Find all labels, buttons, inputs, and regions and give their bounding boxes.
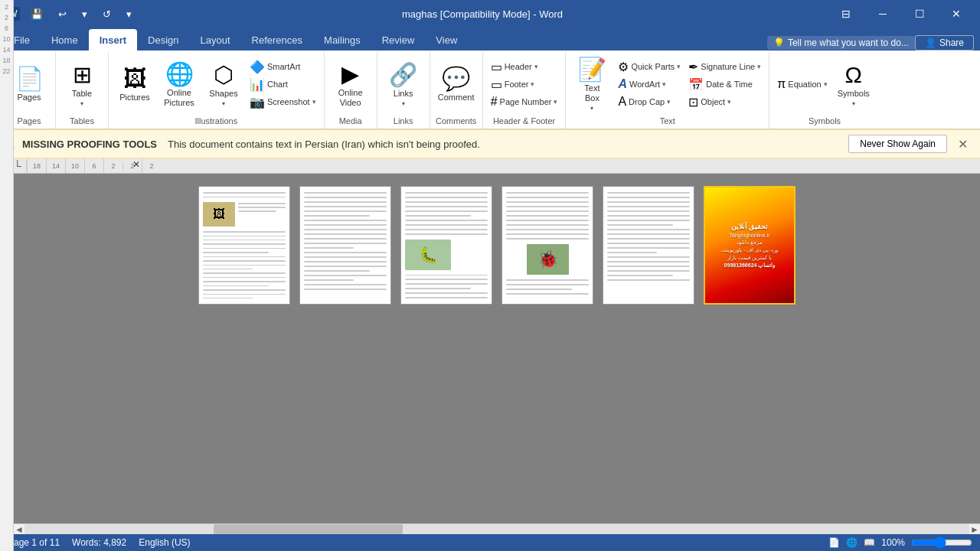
text-line — [506, 192, 589, 194]
header-button[interactable]: ▭ Header ▾ — [488, 58, 561, 75]
shapes-button[interactable]: ⬡ Shapes ▾ — [202, 59, 245, 110]
pictures-button[interactable]: 🖼 Pictures — [113, 59, 156, 109]
smartart-button[interactable]: 🔷 SmartArt — [247, 58, 319, 75]
chart-button[interactable]: 📊 Chart — [247, 76, 319, 93]
symbols-small-col: π Equation ▾ — [774, 76, 830, 93]
object-button[interactable]: ⊡ Object ▾ — [685, 93, 764, 110]
links-button[interactable]: 🔗 Links ▾ — [382, 59, 425, 110]
pages-button[interactable]: 📄 Pages — [8, 59, 51, 109]
tab-mailings[interactable]: Mailings — [313, 29, 371, 51]
undo-dropdown-button[interactable]: ▾ — [77, 5, 92, 23]
tab-insert[interactable]: Insert — [89, 29, 137, 51]
tables-group-content: ⊞ Table ▾ — [60, 54, 103, 115]
ribbon-group-comments: 💬 Comment Comments — [430, 52, 483, 129]
links-group-label: Links — [382, 115, 425, 127]
screenshot-button[interactable]: 📷 Screenshot ▾ — [247, 93, 319, 110]
page-thumbnail-3[interactable]: 🐛 — [400, 186, 492, 305]
online-pictures-button[interactable]: 🌐 OnlinePictures — [158, 58, 201, 111]
ribbon-display-button[interactable]: ⊟ — [828, 0, 864, 28]
tab-home[interactable]: Home — [41, 29, 89, 51]
dropcap-button[interactable]: A Drop Cap ▾ — [615, 93, 684, 110]
advert-line2: ورد-پی دی اف - پاورپوینت — [721, 246, 777, 254]
wordart-button[interactable]: A WordArt ▾ — [615, 76, 684, 93]
date-time-icon: 📅 — [688, 77, 704, 92]
scroll-track[interactable] — [24, 524, 969, 534]
ruler-tab-icon[interactable]: └ — [14, 160, 27, 172]
text-line — [607, 247, 690, 249]
page-thumbnail-2[interactable] — [299, 186, 391, 305]
minimize-button[interactable]: ─ — [865, 0, 900, 28]
tab-review[interactable]: Review — [371, 29, 426, 51]
tell-me-button[interactable]: 💡 Tell me what you want to do... — [767, 36, 915, 50]
document-scroll-area[interactable]: 🖼 — [14, 174, 980, 534]
page-1-text-beside-image — [238, 202, 286, 227]
document-title: maghas [Compatibility Mode] - Word — [136, 8, 828, 20]
content-area: 2 2 6 10 14 18 22 🖼 — [0, 174, 980, 534]
comment-button[interactable]: 💬 Comment — [435, 59, 478, 109]
notification-close-button[interactable]: ✕ — [955, 137, 971, 152]
date-time-button[interactable]: 📅 Date & Time — [685, 76, 764, 93]
page-thumbnail-6[interactable]: تحقیق آنلاین Tahghighonline.ir مرجع دانل… — [704, 186, 795, 305]
status-word-count: Words: 4,892 — [72, 537, 126, 548]
shapes-dropdown-arrow: ▾ — [222, 100, 225, 107]
table-button[interactable]: ⊞ Table ▾ — [60, 59, 103, 110]
scroll-thumb[interactable] — [214, 524, 403, 534]
never-show-again-button[interactable]: Never Show Again — [848, 135, 947, 153]
tab-layout[interactable]: Layout — [190, 29, 241, 51]
page-thumbnail-5[interactable] — [603, 186, 694, 305]
text-line — [506, 293, 589, 295]
screenshot-icon: 📷 — [250, 95, 265, 109]
text-line — [607, 261, 690, 262]
page-number-button[interactable]: # Page Number ▾ — [488, 93, 561, 110]
header-footer-group-content: ▭ Header ▾ ▭ Footer ▾ # Page Number — [488, 54, 561, 115]
tab-view[interactable]: View — [425, 29, 468, 51]
text-line — [607, 224, 673, 226]
text-line — [405, 192, 488, 194]
redo-quick-button[interactable]: ↺ — [98, 5, 116, 23]
view-read-button[interactable]: 📖 — [864, 537, 875, 548]
online-video-button[interactable]: ▶ OnlineVideo — [329, 58, 372, 111]
customize-qat-button[interactable]: ▾ — [122, 5, 136, 23]
share-button[interactable]: 👤 Share — [915, 35, 974, 51]
text-line — [304, 229, 387, 230]
symbols-button[interactable]: Ω Symbols ▾ — [832, 59, 875, 110]
close-button[interactable]: ✕ — [939, 0, 974, 28]
textbox-button[interactable]: 📝 TextBox ▾ — [570, 54, 613, 115]
title-bar-right: ⊟ ─ ☐ ✕ — [828, 0, 974, 28]
zoom-slider[interactable] — [911, 536, 972, 549]
ribbon-group-tables: ⊞ Table ▾ Tables — [56, 52, 109, 129]
text-line — [506, 210, 589, 212]
tab-references[interactable]: References — [241, 29, 313, 51]
pages-container: 🖼 — [183, 174, 811, 317]
undo-quick-button[interactable]: ↩ — [54, 5, 71, 23]
footer-button[interactable]: ▭ Footer ▾ — [488, 76, 561, 93]
view-web-button[interactable]: 🌐 — [846, 537, 858, 548]
scroll-right-button[interactable]: ► — [969, 524, 980, 535]
signature-line-button[interactable]: ✒ Signature Line ▾ — [685, 58, 764, 75]
text-line — [607, 220, 690, 221]
object-dropdown-arrow: ▾ — [727, 98, 731, 106]
status-language: English (US) — [139, 537, 190, 548]
text-line — [203, 289, 286, 290]
dropcap-label: Drop Cap — [629, 97, 665, 106]
horizontal-scrollbar[interactable]: ◄ ► — [14, 523, 980, 534]
page-thumbnail-1[interactable]: 🖼 — [198, 186, 290, 305]
maximize-button[interactable]: ☐ — [902, 0, 937, 28]
save-quick-button[interactable]: 💾 — [26, 5, 47, 23]
text-line — [607, 256, 690, 258]
view-print-button[interactable]: 📄 — [828, 537, 840, 548]
text-line — [304, 197, 387, 198]
text-line — [506, 206, 589, 207]
ruler-mark-14: 14 — [46, 158, 65, 174]
scroll-left-button[interactable]: ◄ — [14, 524, 24, 535]
text-line — [203, 243, 286, 244]
text-line — [405, 233, 488, 235]
footer-dropdown-arrow: ▾ — [531, 80, 534, 88]
equation-button[interactable]: π Equation ▾ — [774, 76, 830, 93]
text-line — [607, 270, 690, 272]
text-line — [607, 252, 657, 253]
quick-parts-button[interactable]: ⚙ Quick Parts ▾ — [615, 58, 684, 75]
page-thumbnail-4[interactable]: 🐞 — [501, 186, 593, 305]
tab-design[interactable]: Design — [137, 29, 189, 51]
text-line — [506, 238, 589, 240]
